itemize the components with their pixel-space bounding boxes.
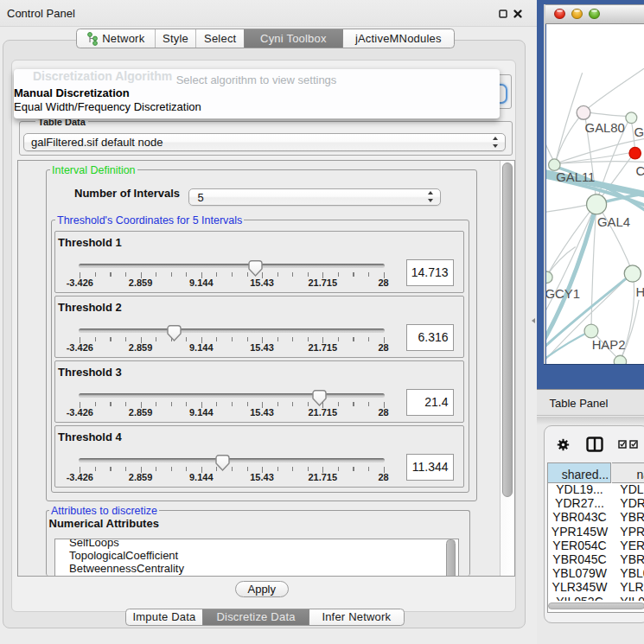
svg-text:H: H [635, 284, 644, 298]
svg-text:CY: CY [635, 163, 644, 177]
svg-text:GAL4: GAL4 [597, 215, 630, 229]
svg-text:HAP2: HAP2 [592, 338, 626, 352]
svg-text:GCY1: GCY1 [546, 286, 580, 300]
svg-text:GA: GA [634, 124, 644, 138]
svg-text:GAL11: GAL11 [556, 170, 595, 184]
svg-text:GAL80: GAL80 [585, 120, 625, 134]
